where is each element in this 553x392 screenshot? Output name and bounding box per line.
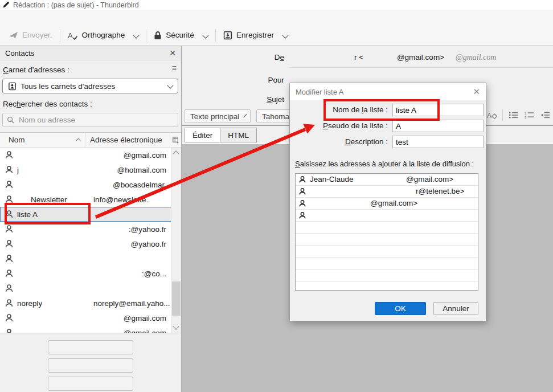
member-row[interactable]: Jean-Claude @gmail.com> bbox=[296, 174, 478, 186]
security-dropdown[interactable] bbox=[199, 27, 212, 43]
scroll-down-icon[interactable] bbox=[173, 323, 179, 329]
contact-row[interactable] bbox=[0, 281, 171, 296]
member-email: @gmail.com> bbox=[370, 199, 417, 207]
toolbar-separator bbox=[60, 29, 60, 42]
contact-row[interactable]: liste A bbox=[0, 207, 171, 222]
contacts-scrollbar[interactable] bbox=[171, 148, 181, 333]
scroll-up-icon[interactable] bbox=[173, 150, 179, 157]
contact-row[interactable]: @yahoo.fr bbox=[0, 236, 171, 251]
save-button[interactable]: Enregistrer bbox=[219, 28, 278, 43]
search-input[interactable] bbox=[18, 115, 174, 125]
contact-row[interactable]: :@co... bbox=[0, 266, 171, 281]
menu-item[interactable] bbox=[49, 15, 60, 20]
contact-email: @gmail.com bbox=[89, 314, 171, 322]
save-dropdown[interactable] bbox=[278, 27, 292, 43]
menu-item[interactable] bbox=[26, 15, 38, 20]
member-row-empty[interactable] bbox=[296, 246, 478, 258]
menu-item[interactable] bbox=[60, 15, 72, 20]
contact-row[interactable]: @gmail.com bbox=[0, 325, 171, 333]
add-recipient-buttons bbox=[0, 340, 181, 391]
address-book-icon bbox=[8, 82, 17, 91]
person-icon bbox=[298, 199, 306, 207]
ok-button[interactable]: OK bbox=[375, 302, 426, 315]
person-icon bbox=[5, 180, 14, 189]
column-header-name[interactable]: Nom bbox=[0, 133, 85, 147]
format-icon-group: A 12 bbox=[481, 109, 551, 121]
person-icon bbox=[5, 195, 14, 204]
editor-tab[interactable]: HTML bbox=[220, 128, 257, 142]
chevron-down-icon bbox=[133, 32, 140, 38]
editor-tab[interactable]: Éditer bbox=[185, 128, 220, 142]
svg-text:2: 2 bbox=[525, 115, 527, 119]
paragraph-format-select[interactable]: Texte principal bbox=[185, 109, 251, 123]
contact-email: @hotmail.com bbox=[89, 166, 171, 174]
menu-item[interactable] bbox=[15, 15, 26, 20]
to-label: Pour bbox=[182, 76, 284, 84]
list-name-input[interactable] bbox=[392, 104, 484, 116]
compose-toolbar: Envoyer. A Orthographe Sécurité Enregist… bbox=[0, 25, 553, 46]
list-nickname-input[interactable] bbox=[392, 120, 484, 132]
dialog-title: Modifier liste A bbox=[296, 88, 473, 96]
numbered-list-button[interactable]: 12 bbox=[523, 110, 535, 120]
contacts-list: @gmail.com j @hotmail.com @bocasdelmar. … bbox=[0, 148, 171, 333]
pencil-icon bbox=[2, 1, 10, 9]
member-row[interactable]: r@telenet.be> bbox=[296, 186, 478, 198]
contacts-table-header: Nom Adresse électronique bbox=[0, 133, 181, 148]
add-recipient-button[interactable] bbox=[48, 340, 133, 354]
menu-item[interactable] bbox=[38, 15, 49, 20]
close-sidebar-icon[interactable]: ✕ bbox=[169, 49, 176, 57]
member-row[interactable]: @gmail.com> bbox=[296, 198, 478, 210]
from-value[interactable]: r < @gmail.com> @gmail.com bbox=[292, 53, 547, 62]
spellcheck-button[interactable]: A Orthographe bbox=[63, 28, 130, 43]
contact-row[interactable]: @gmail.com bbox=[0, 311, 171, 325]
title-bar: Rédaction : (pas de sujet) - Thunderbird bbox=[0, 0, 553, 10]
member-row-empty[interactable] bbox=[296, 270, 478, 281]
toolbar-separator bbox=[146, 29, 146, 42]
menu-item[interactable] bbox=[72, 15, 83, 20]
dialog-title-bar: Modifier liste A ✕ bbox=[290, 83, 486, 100]
contacts-table: Nom Adresse électronique @gmail.com bbox=[0, 132, 181, 333]
bullet-list-button[interactable] bbox=[507, 110, 519, 120]
contact-row[interactable]: Newsletter info@newslette. bbox=[0, 192, 171, 207]
list-description-input[interactable] bbox=[392, 136, 484, 148]
contact-row[interactable]: noreply noreply@email.yaho... bbox=[0, 296, 171, 311]
member-row-empty[interactable] bbox=[296, 281, 478, 291]
add-recipient-button[interactable] bbox=[48, 377, 133, 391]
scrollbar-thumb[interactable] bbox=[172, 281, 181, 316]
person-icon bbox=[298, 211, 306, 219]
chevron-down-icon bbox=[244, 113, 247, 117]
chevron-down-icon bbox=[202, 32, 208, 38]
svg-text:A: A bbox=[487, 112, 491, 120]
contact-row[interactable]: j @hotmail.com bbox=[0, 162, 171, 177]
member-row[interactable] bbox=[296, 210, 478, 222]
contact-row[interactable]: @bocasdelmar. bbox=[0, 177, 171, 192]
contact-email: @yahoo.fr bbox=[89, 240, 171, 248]
spellcheck-dropdown[interactable] bbox=[129, 27, 143, 43]
member-row-empty[interactable] bbox=[296, 222, 478, 234]
contact-row[interactable]: :@yahoo.fr bbox=[0, 222, 171, 236]
outdent-button[interactable] bbox=[539, 110, 551, 120]
column-header-email[interactable]: Adresse électronique bbox=[85, 133, 170, 147]
contact-email: @gmail.com bbox=[89, 329, 171, 333]
contact-row[interactable]: @gmail.com bbox=[0, 148, 171, 162]
member-list[interactable]: Jean-Claude @gmail.com> r@telenet.be> @g… bbox=[295, 173, 478, 291]
svg-text:1: 1 bbox=[525, 111, 527, 115]
address-book-select[interactable]: Tous les carnets d'adresses bbox=[2, 79, 178, 93]
dialog-close-icon[interactable]: ✕ bbox=[473, 88, 480, 96]
menu-icon[interactable]: ≡ bbox=[172, 63, 177, 72]
add-recipient-button[interactable] bbox=[48, 358, 133, 373]
cancel-button[interactable]: Annuler bbox=[433, 302, 478, 315]
contact-row[interactable] bbox=[0, 251, 171, 266]
security-button[interactable]: Sécurité bbox=[149, 28, 199, 43]
member-row-empty[interactable] bbox=[296, 234, 478, 246]
menu-item[interactable] bbox=[83, 15, 95, 20]
address-book-label: Carnet d'adresses : bbox=[3, 66, 69, 74]
person-icon bbox=[5, 165, 14, 174]
contact-name: noreply bbox=[14, 299, 89, 308]
contact-email: noreply@email.yaho... bbox=[89, 299, 171, 308]
member-row-empty[interactable] bbox=[296, 258, 478, 270]
text-color-button[interactable]: A bbox=[486, 110, 498, 120]
column-picker-button[interactable] bbox=[170, 133, 181, 147]
send-button[interactable]: Envoyer. bbox=[5, 28, 57, 43]
menu-item[interactable] bbox=[3, 15, 15, 20]
